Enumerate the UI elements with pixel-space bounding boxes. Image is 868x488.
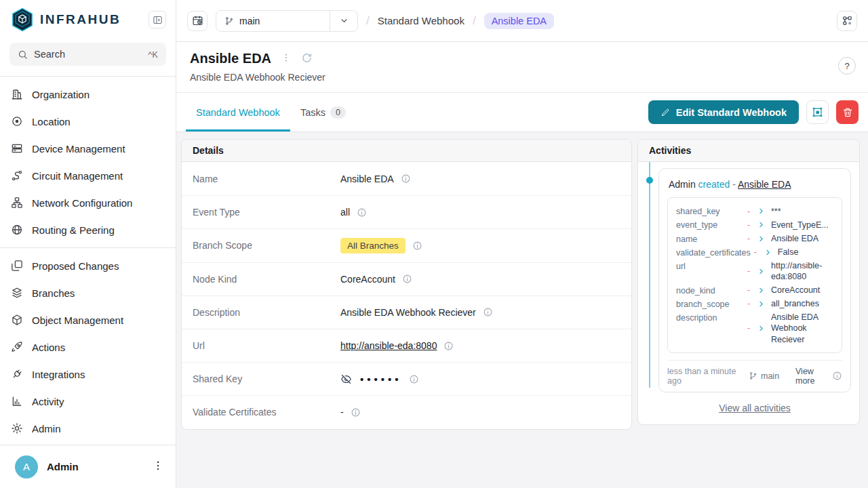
info-icon[interactable] <box>402 274 412 284</box>
chevron-right-icon <box>757 235 765 243</box>
event-object-link[interactable]: Ansible EDA <box>738 179 791 190</box>
sidebar-item[interactable]: Circuit Management <box>0 162 176 189</box>
secret-value: •••••• <box>340 373 402 385</box>
branch-selector-toggle[interactable] <box>330 16 357 26</box>
sidebar-item-label: Organization <box>32 89 90 100</box>
detail-value-text: CoreAccount <box>340 274 395 285</box>
eye-off-icon[interactable] <box>340 373 352 385</box>
tabs: Standard Webhook Tasks 0 <box>186 93 356 131</box>
details-panel: Details Name Ansible EDA Event Type <box>181 139 632 430</box>
tabs-row: Standard Webhook Tasks 0 Edit Standard W… <box>176 92 868 132</box>
detail-row: Url http://ansible-eda:8080 <box>182 329 631 362</box>
diff-old-value: - <box>744 323 753 333</box>
calendar-clock-icon <box>192 15 203 26</box>
sidebar-item[interactable]: Proposed Changes <box>0 252 176 279</box>
sidebar-item[interactable]: Device Management <box>0 135 176 162</box>
activity-event-title: Admin created - Ansible EDA <box>669 179 842 190</box>
panel-collapse-icon <box>153 15 163 25</box>
detail-value: - <box>340 407 361 418</box>
sidebar-item[interactable]: Branches <box>0 279 176 306</box>
view-more-link[interactable]: View more <box>795 367 827 386</box>
logo-row: INFRAHUB <box>0 0 176 39</box>
copy-icon <box>11 260 23 272</box>
view-all-activities-link[interactable]: View all activities <box>719 403 791 413</box>
breadcrumb-separator: / <box>473 14 476 28</box>
url-link[interactable]: http://ansible-eda:8080 <box>340 340 437 351</box>
rocket-icon <box>11 341 23 353</box>
edit-button-label: Edit Standard Webhook <box>676 107 787 118</box>
info-icon[interactable] <box>443 341 454 351</box>
detail-value: all <box>340 207 367 218</box>
info-icon[interactable] <box>409 374 419 384</box>
detail-row: Validate Certificates - <box>182 395 631 428</box>
details-rows: Name Ansible EDA Event Type all <box>182 162 631 429</box>
diff-new-value: False <box>774 247 840 258</box>
tab[interactable]: Tasks 0 <box>290 93 356 131</box>
search-input[interactable]: Search ^K <box>9 43 166 66</box>
time-travel-button[interactable] <box>187 11 208 31</box>
detail-label: Description <box>193 307 340 318</box>
avatar[interactable]: A <box>15 455 38 479</box>
breadcrumb-ansible-eda[interactable]: Ansible EDA <box>484 13 554 29</box>
sidebar-item[interactable]: Organization <box>0 81 176 108</box>
detail-value-text: Ansible EDA <box>340 174 394 184</box>
sidebar-item[interactable]: Actions <box>0 333 176 361</box>
delete-button[interactable] <box>836 100 859 124</box>
refresh-icon <box>301 52 313 64</box>
breadcrumb-separator: / <box>366 14 370 28</box>
sidebar-item[interactable]: Integrations <box>0 361 176 388</box>
tabs-actions: Edit Standard Webhook <box>648 100 859 124</box>
git-branch-icon <box>749 371 757 380</box>
brand-name: INFRAHUB <box>40 12 149 27</box>
sidebar-item[interactable]: Activity <box>0 388 176 415</box>
search-shortcut: ^K <box>148 49 158 60</box>
detail-row: Event Type all <box>182 195 631 228</box>
search-icon <box>18 49 28 60</box>
diff-property: description <box>676 312 744 323</box>
schema-visualizer-button[interactable] <box>837 11 857 31</box>
sidebar-collapse-button[interactable] <box>149 11 166 28</box>
gear-icon <box>11 422 23 434</box>
sidebar-nav: Organization Location Device Management … <box>0 76 176 445</box>
info-icon[interactable] <box>401 174 411 184</box>
sidebar-item[interactable]: Object Management <box>0 306 176 333</box>
diff-old-value: - <box>744 266 753 277</box>
chevron-right-icon <box>757 300 765 308</box>
sidebar-item-label: Object Management <box>32 314 123 326</box>
info-icon[interactable] <box>357 207 367 218</box>
diff-new-value: Ansible EDA Webhook Reciever <box>768 312 833 345</box>
chevron-right-icon <box>757 287 765 294</box>
info-icon[interactable] <box>412 241 422 251</box>
info-icon[interactable] <box>483 307 493 317</box>
refresh-button[interactable] <box>301 52 313 66</box>
nav-section-schema: Organization Location Device Management … <box>0 77 176 248</box>
sidebar-item-label: Branches <box>32 287 75 299</box>
help-button[interactable]: ? <box>838 57 856 75</box>
tab[interactable]: Standard Webhook <box>186 93 290 131</box>
info-icon[interactable] <box>351 407 361 418</box>
chevron-down-icon <box>339 16 349 26</box>
sidebar-item[interactable]: Routing & Peering <box>0 216 176 243</box>
user-menu-button[interactable] <box>150 459 166 475</box>
info-icon[interactable] <box>832 371 842 381</box>
event-separator: - <box>732 179 736 190</box>
detail-value: CoreAccount <box>340 274 412 285</box>
sidebar-item-label: Circuit Management <box>32 170 123 182</box>
infrahub-logo-icon[interactable] <box>11 7 34 32</box>
sidebar-item[interactable]: Admin <box>0 415 176 442</box>
search-placeholder: Search <box>34 49 142 60</box>
building-icon <box>11 88 23 100</box>
branch-selector[interactable]: main <box>216 10 358 32</box>
diff-new-value: Ansible EDA <box>768 233 833 244</box>
route-icon <box>11 169 23 182</box>
sidebar-item-label: Network Configuration <box>32 197 132 209</box>
edit-standard-webhook-button[interactable]: Edit Standard Webhook <box>648 100 799 124</box>
manage-groups-button[interactable] <box>806 100 829 124</box>
sidebar-item[interactable]: Location <box>0 108 176 135</box>
sidebar-item[interactable]: Network Configuration <box>0 189 176 216</box>
title-menu-button[interactable] <box>281 52 292 65</box>
breadcrumb-standard-webhook[interactable]: Standard Webhook <box>378 15 465 26</box>
sidebar-item-label: Device Management <box>32 143 125 155</box>
branch-name: main <box>239 16 260 26</box>
diff-old-value: - <box>744 233 753 244</box>
